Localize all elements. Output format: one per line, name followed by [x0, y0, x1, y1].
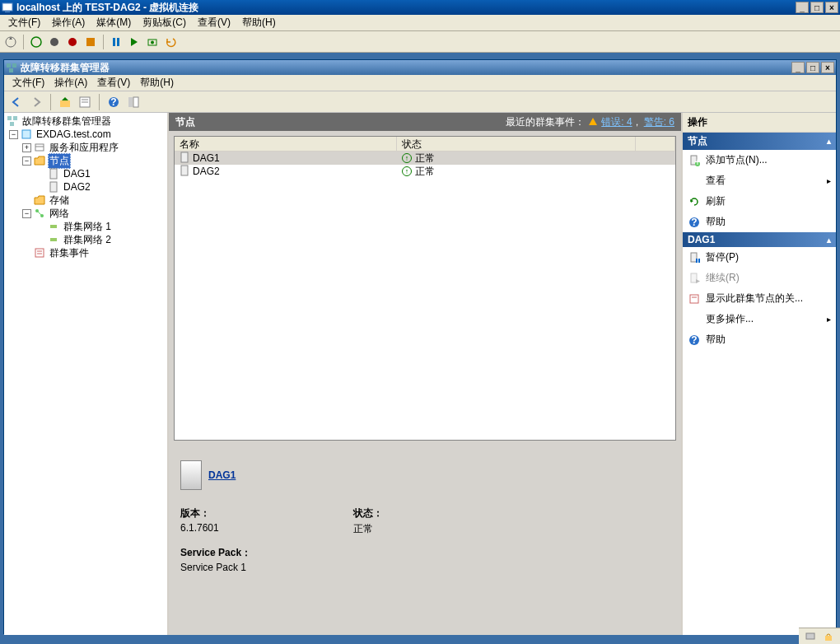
- action-section-nodes[interactable]: 节点 ▴: [683, 133, 836, 150]
- svg-rect-1: [5, 12, 10, 12]
- svg-point-4: [50, 38, 58, 46]
- action-add-node[interactable]: + 添加节点(N)...: [683, 150, 836, 170]
- vm-toolbar: [0, 31, 840, 53]
- tree-nodes[interactable]: − 节点: [4, 154, 167, 167]
- maximize-button[interactable]: □: [810, 2, 824, 13]
- add-node-icon: +: [688, 154, 701, 167]
- svg-rect-34: [50, 238, 57, 241]
- action-pane-title: 操作: [683, 113, 836, 133]
- ctrl-alt-del-icon[interactable]: [3, 35, 18, 49]
- start-icon[interactable]: [29, 35, 44, 49]
- mmc-maximize-button[interactable]: □: [806, 62, 819, 73]
- network-icon: [47, 233, 60, 246]
- vm-menu-file[interactable]: 文件(F): [3, 15, 45, 30]
- tree-cluster[interactable]: − EXDAG.test.com: [4, 128, 167, 141]
- svg-rect-45: [691, 253, 697, 262]
- detail-node-link[interactable]: DAG1: [208, 469, 236, 481]
- server-icon: [180, 165, 189, 179]
- vm-menu-view[interactable]: 查看(V): [193, 15, 236, 30]
- status-value: 正常: [353, 522, 373, 536]
- vm-menu-clipboard[interactable]: 剪贴板(C): [138, 15, 191, 30]
- mmc-title: 故障转移群集管理器: [21, 61, 110, 75]
- action-more-ops[interactable]: 更多操作... ▸: [683, 309, 836, 329]
- networks-icon: [33, 207, 46, 220]
- tree-networks[interactable]: − 网络: [4, 207, 167, 220]
- action-help-2[interactable]: ? 帮助: [683, 329, 836, 350]
- tree-pane: 故障转移群集管理器 − EXDAG.test.com + 服务和应用程序 −: [4, 113, 169, 635]
- revert-icon[interactable]: [163, 35, 178, 49]
- mmc-minimize-button[interactable]: _: [791, 62, 805, 73]
- svg-rect-26: [35, 144, 44, 151]
- action-view[interactable]: 查看 ▸: [683, 170, 836, 191]
- tree-cluster-events[interactable]: 群集事件: [4, 246, 167, 259]
- mmc-menu-view[interactable]: 查看(V): [92, 75, 135, 91]
- shutdown-icon[interactable]: [65, 35, 80, 49]
- svg-rect-25: [22, 130, 30, 138]
- collapse-icon[interactable]: −: [22, 209, 31, 218]
- forward-button[interactable]: [27, 93, 45, 111]
- warning-events-link[interactable]: 警告: 6: [644, 116, 674, 128]
- up-button[interactable]: [56, 93, 74, 111]
- action-help[interactable]: ? 帮助: [683, 212, 836, 232]
- minimize-button[interactable]: _: [796, 2, 809, 13]
- tree-storage[interactable]: 存储: [4, 194, 167, 207]
- collapse-icon[interactable]: −: [22, 156, 31, 166]
- vm-menu-action[interactable]: 操作(A): [47, 15, 90, 30]
- tree-services[interactable]: + 服务和应用程序: [4, 141, 167, 154]
- version-label: 版本：: [180, 506, 353, 520]
- status-label: 状态：: [353, 506, 419, 520]
- tree-node-dag2[interactable]: DAG2: [4, 180, 167, 194]
- reset-icon[interactable]: [127, 35, 142, 49]
- mmc-close-button[interactable]: ×: [821, 62, 834, 73]
- svg-rect-47: [698, 259, 700, 263]
- column-name[interactable]: 名称: [175, 137, 397, 151]
- list-item[interactable]: DAG2 ↑ 正常: [175, 165, 675, 178]
- pause-icon: [688, 251, 701, 264]
- svg-rect-29: [50, 182, 57, 192]
- nodes-list: 名称 状态 DAG1 ↑ 正常: [174, 136, 676, 441]
- list-item[interactable]: DAG1 ↑ 正常: [175, 152, 675, 165]
- vm-window-title: localhost 上的 TEST-DAG2 - 虚拟机连接: [16, 1, 198, 15]
- network-icon: [47, 220, 60, 233]
- status-up-icon: ↑: [402, 166, 412, 176]
- vm-menu-media[interactable]: 媒体(M): [91, 15, 136, 30]
- action-pause[interactable]: 暂停(P): [683, 247, 836, 268]
- svg-rect-49: [690, 295, 698, 303]
- help-button[interactable]: ?: [105, 93, 123, 111]
- snapshot-icon[interactable]: [145, 35, 160, 49]
- collapse-icon[interactable]: −: [9, 130, 18, 139]
- save-icon[interactable]: [83, 35, 98, 49]
- vm-menu-help[interactable]: 帮助(H): [237, 15, 281, 30]
- back-button[interactable]: [7, 93, 26, 111]
- tree-node-dag1[interactable]: DAG1: [4, 167, 167, 180]
- pause-icon[interactable]: [109, 35, 124, 49]
- action-section-dag1[interactable]: DAG1 ▴: [683, 232, 836, 247]
- tree-network-2[interactable]: 群集网络 2: [4, 233, 167, 246]
- mmc-menu-file[interactable]: 文件(F): [7, 75, 49, 91]
- recent-events: 最近的群集事件： 错误: 4， 警告: 6: [506, 115, 674, 129]
- tree-root[interactable]: 故障转移群集管理器: [4, 114, 167, 128]
- sp-label: Service Pack：: [180, 546, 353, 560]
- mmc-menu-help[interactable]: 帮助(H): [135, 75, 179, 91]
- properties-button[interactable]: [76, 93, 94, 111]
- mmc-toolbar: ?: [4, 91, 836, 113]
- action-show-critical[interactable]: 显示此群集节点的关...: [683, 288, 836, 309]
- show-hide-button[interactable]: [124, 93, 142, 111]
- close-button[interactable]: ×: [825, 2, 838, 13]
- tree-network-1[interactable]: 群集网络 1: [4, 220, 167, 233]
- mmc-menu-action[interactable]: 操作(A): [49, 75, 92, 91]
- refresh-icon: [688, 195, 701, 208]
- svg-rect-0: [2, 3, 12, 11]
- expand-icon[interactable]: +: [22, 143, 31, 152]
- action-refresh[interactable]: 刷新: [683, 191, 836, 212]
- svg-rect-33: [50, 225, 57, 228]
- svg-rect-38: [181, 152, 188, 162]
- server-icon: [180, 152, 189, 166]
- version-value: 6.1.7601: [180, 522, 353, 536]
- column-status[interactable]: 状态: [397, 137, 636, 151]
- svg-rect-28: [50, 169, 57, 179]
- svg-point-3: [31, 37, 41, 47]
- svg-rect-22: [7, 116, 12, 120]
- error-events-link[interactable]: 错误: 4: [601, 116, 632, 128]
- turnoff-icon[interactable]: [47, 35, 62, 49]
